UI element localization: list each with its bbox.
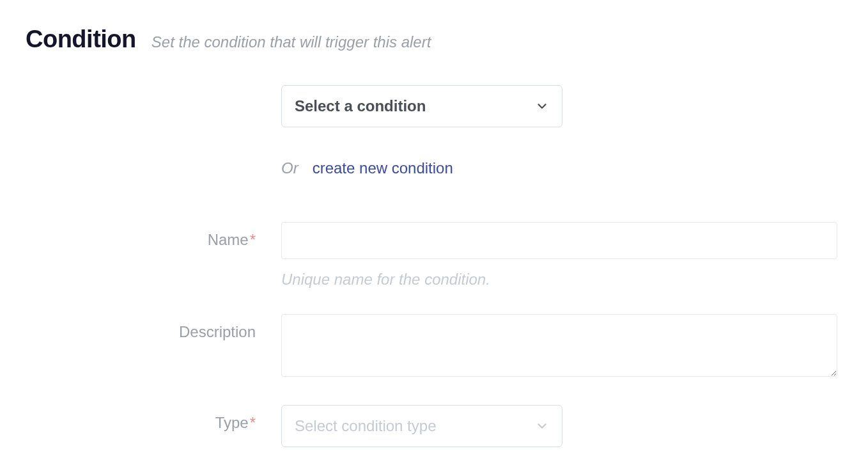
- name-help-text: Unique name for the condition.: [281, 271, 837, 289]
- type-label: Type: [215, 414, 249, 431]
- select-condition-dropdown[interactable]: Select a condition: [281, 85, 562, 127]
- section-title: Condition: [26, 26, 136, 53]
- chevron-down-icon: [535, 419, 549, 433]
- chevron-down-icon: [535, 99, 549, 113]
- select-type-placeholder: Select condition type: [295, 417, 436, 435]
- select-condition-placeholder: Select a condition: [295, 97, 426, 115]
- name-label: Name: [208, 231, 249, 248]
- name-input[interactable]: [281, 222, 837, 259]
- description-label: Description: [179, 323, 256, 340]
- select-type-dropdown[interactable]: Select condition type: [281, 405, 562, 447]
- section-subtitle: Set the condition that will trigger this…: [151, 33, 431, 51]
- create-new-condition-link[interactable]: create new condition: [313, 159, 453, 177]
- or-label: Or: [281, 159, 298, 177]
- required-mark: *: [250, 231, 256, 248]
- required-mark: *: [250, 414, 256, 431]
- description-textarea[interactable]: [281, 314, 837, 377]
